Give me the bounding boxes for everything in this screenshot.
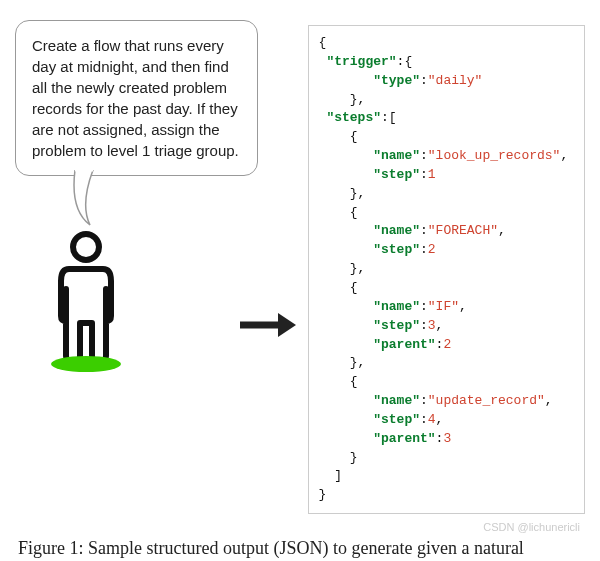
val-name-1: "look_up_records" (428, 148, 561, 163)
key-type: "type" (373, 73, 420, 88)
val-step-3: 3 (428, 318, 436, 333)
left-column: Create a flow that runs every day at mid… (15, 20, 258, 372)
val-step-2: 2 (428, 242, 436, 257)
val-name-3: "IF" (428, 299, 459, 314)
key-trigger: "trigger" (326, 54, 396, 69)
key-step-1: "step" (373, 167, 420, 182)
speech-tail-icon (65, 170, 105, 230)
val-name-2: "FOREACH" (428, 223, 498, 238)
watermark-text: CSDN @lichunericli (483, 521, 580, 533)
key-steps: "steps" (326, 110, 381, 125)
figure-main: Create a flow that runs every day at mid… (0, 0, 600, 524)
val-step-4: 4 (428, 412, 436, 427)
key-step-2: "step" (373, 242, 420, 257)
key-name-2: "name" (373, 223, 420, 238)
json-code-box: { "trigger":{ "type":"daily" }, "steps":… (308, 25, 585, 514)
val-parent-3: 2 (443, 337, 451, 352)
person-icon (49, 231, 124, 366)
person-shadow-icon (51, 356, 121, 372)
val-name-4: "update_record" (428, 393, 545, 408)
val-type: "daily" (428, 73, 483, 88)
key-step-3: "step" (373, 318, 420, 333)
key-name-1: "name" (373, 148, 420, 163)
svg-point-0 (73, 234, 99, 260)
key-name-3: "name" (373, 299, 420, 314)
speech-bubble: Create a flow that runs every day at mid… (15, 20, 258, 176)
key-parent-3: "parent" (373, 337, 435, 352)
speech-text: Create a flow that runs every day at mid… (32, 37, 239, 159)
key-step-4: "step" (373, 412, 420, 427)
val-parent-4: 3 (443, 431, 451, 446)
key-parent-4: "parent" (373, 431, 435, 446)
key-name-4: "name" (373, 393, 420, 408)
val-step-1: 1 (428, 167, 436, 182)
